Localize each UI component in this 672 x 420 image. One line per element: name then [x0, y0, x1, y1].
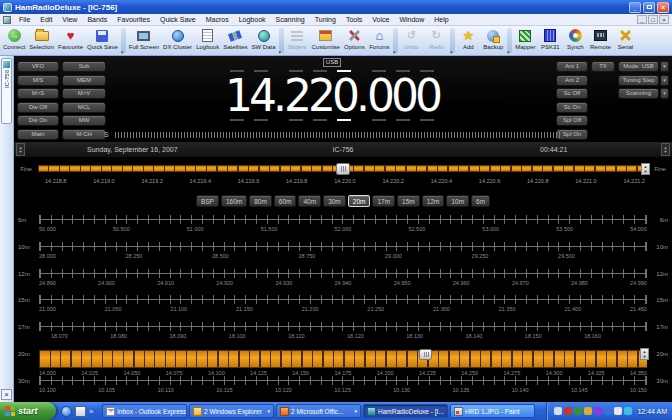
- radio-button[interactable]: MW: [62, 115, 106, 126]
- toolbar-button[interactable]: ⌂ Forums: [367, 27, 392, 54]
- frequency-digit[interactable]: .: [356, 76, 367, 116]
- radio-button[interactable]: M-CH: [62, 129, 106, 140]
- menu-item[interactable]: View: [57, 14, 82, 25]
- toolbar-button[interactable]: Customise: [310, 27, 342, 54]
- band-button[interactable]: 30m: [323, 195, 346, 207]
- toolbar-button[interactable]: DX Cluster: [161, 27, 194, 54]
- tray-icon[interactable]: [624, 407, 632, 415]
- radio-button[interactable]: Ant 2: [556, 75, 588, 86]
- tray-icon[interactable]: [614, 407, 622, 415]
- radio-button[interactable]: Sc On: [556, 102, 588, 113]
- toolbar-button[interactable]: Synch: [563, 27, 588, 54]
- toolbar-group-separator[interactable]: [450, 28, 455, 53]
- band-ruler[interactable]: [39, 242, 647, 251]
- band-slider-thumb[interactable]: [419, 349, 432, 360]
- band-button[interactable]: 160m: [221, 195, 247, 207]
- menu-item[interactable]: Window: [394, 14, 429, 25]
- dropdown-button[interactable]: Scanning: [618, 88, 659, 99]
- band-button[interactable]: 60m: [274, 195, 297, 207]
- spinner-right[interactable]: ▲▼: [661, 143, 670, 156]
- menu-item[interactable]: Quick Save: [155, 14, 201, 25]
- toolbar-button[interactable]: ↻ Redo: [424, 27, 449, 54]
- band-button[interactable]: 17m: [372, 195, 395, 207]
- frequency-digit[interactable]: 0: [332, 76, 356, 116]
- toolbar-button[interactable]: Backup: [481, 27, 506, 54]
- ie-icon[interactable]: [61, 406, 72, 417]
- frequency-digit[interactable]: 0: [415, 76, 439, 116]
- mailql-icon[interactable]: [75, 406, 86, 417]
- radio-button[interactable]: Sc Off: [556, 88, 588, 99]
- spinner-left[interactable]: ▲▼: [16, 143, 25, 156]
- band-button[interactable]: BSP: [196, 195, 219, 207]
- toolbar-button[interactable]: Selection: [27, 27, 56, 54]
- toolbar-button[interactable]: Logbook: [194, 27, 221, 54]
- toolbar-button[interactable]: ↺ Undo: [399, 27, 424, 54]
- tx-button[interactable]: TX: [591, 61, 615, 72]
- close-button[interactable]: ×: [657, 2, 669, 13]
- minimize-button[interactable]: _: [629, 2, 641, 13]
- menu-item[interactable]: Edit: [35, 14, 57, 25]
- toolbar-button[interactable]: Full Screen: [127, 27, 161, 54]
- mdi-restore-button[interactable]: □: [648, 15, 658, 24]
- dropdown-button[interactable]: Mode: USB: [618, 61, 659, 72]
- menu-item[interactable]: Macros: [201, 14, 234, 25]
- toolbar-button[interactable]: PSK31: [538, 27, 563, 54]
- radio-button[interactable]: M>S: [17, 88, 59, 99]
- frequency-digit[interactable]: 1: [225, 76, 249, 116]
- mdi-close-button[interactable]: ×: [659, 15, 669, 24]
- menu-item[interactable]: Help: [429, 14, 453, 25]
- toolbar-button[interactable]: SW Data: [250, 27, 278, 54]
- band-slider-spinner[interactable]: ▲▼: [640, 348, 649, 360]
- task-button[interactable]: Inbox - Outlook Express: [102, 404, 187, 418]
- fine-spinner[interactable]: ▲▼: [641, 163, 650, 175]
- band-button[interactable]: 6m: [471, 195, 490, 207]
- fine-slider-thumb[interactable]: [336, 163, 350, 175]
- radio-button[interactable]: Sub: [62, 61, 106, 72]
- toolbar-group-separator[interactable]: [393, 28, 398, 53]
- band-button[interactable]: 80m: [249, 195, 272, 207]
- radio-button[interactable]: Ant 1: [556, 61, 588, 72]
- chevron-down-icon[interactable]: ▼: [660, 88, 669, 99]
- band-button[interactable]: 20m: [348, 195, 371, 207]
- radio-button[interactable]: M/S: [17, 75, 59, 86]
- overflow-icon[interactable]: »: [89, 406, 96, 417]
- toolbar-button[interactable]: Mapper: [513, 27, 538, 54]
- toolbar-button[interactable]: Serial: [613, 27, 638, 54]
- band-ruler[interactable]: [39, 269, 647, 278]
- frequency-digit[interactable]: 0: [367, 76, 391, 116]
- task-button[interactable]: 2 Microsoft Offic...: [276, 404, 361, 418]
- menu-item[interactable]: Favourites: [112, 14, 155, 25]
- toolbar-button[interactable]: → Connect: [1, 27, 27, 54]
- radio-button[interactable]: Main: [17, 129, 59, 140]
- toolbar-group-separator[interactable]: [279, 28, 284, 53]
- menu-item[interactable]: Tools: [341, 14, 367, 25]
- toolbar-button[interactable]: Options: [342, 27, 367, 54]
- menu-item[interactable]: Bands: [82, 14, 112, 25]
- radio-button[interactable]: VFO: [17, 61, 59, 72]
- toolbar-button[interactable]: Remote: [588, 27, 613, 54]
- tray-icon[interactable]: [564, 407, 572, 415]
- chevron-down-icon[interactable]: ▼: [660, 75, 669, 86]
- menu-item[interactable]: Logbook: [234, 14, 271, 25]
- band-ruler[interactable]: [39, 376, 647, 385]
- toolbar-button[interactable]: Sliders: [285, 27, 310, 54]
- start-button[interactable]: start: [0, 402, 56, 420]
- frequency-display[interactable]: 14.220.000: [225, 76, 439, 116]
- mdi-document-icon[interactable]: [3, 16, 11, 24]
- task-button[interactable]: 2 Windows Explorer: [189, 404, 274, 418]
- menu-item[interactable]: Voice: [367, 14, 394, 25]
- tray-icon[interactable]: [584, 407, 592, 415]
- frequency-digit[interactable]: 4: [249, 76, 273, 116]
- frequency-digit[interactable]: .: [273, 76, 284, 116]
- band-ruler[interactable]: [39, 215, 647, 224]
- toolbar-button[interactable]: Satellites: [221, 27, 249, 54]
- band-ruler[interactable]: [39, 295, 647, 304]
- toolbar-button[interactable]: ♥ Favourite: [56, 27, 85, 54]
- tray-icon[interactable]: [604, 407, 612, 415]
- task-button[interactable]: HamRadioDeluxe - [I...: [363, 404, 448, 418]
- band-button[interactable]: 15m: [397, 195, 420, 207]
- menu-item[interactable]: File: [14, 14, 35, 25]
- frequency-digit[interactable]: 2: [308, 76, 332, 116]
- dropdown-button[interactable]: Tuning Step: [618, 75, 659, 86]
- radio-button[interactable]: Dw Off: [17, 102, 59, 113]
